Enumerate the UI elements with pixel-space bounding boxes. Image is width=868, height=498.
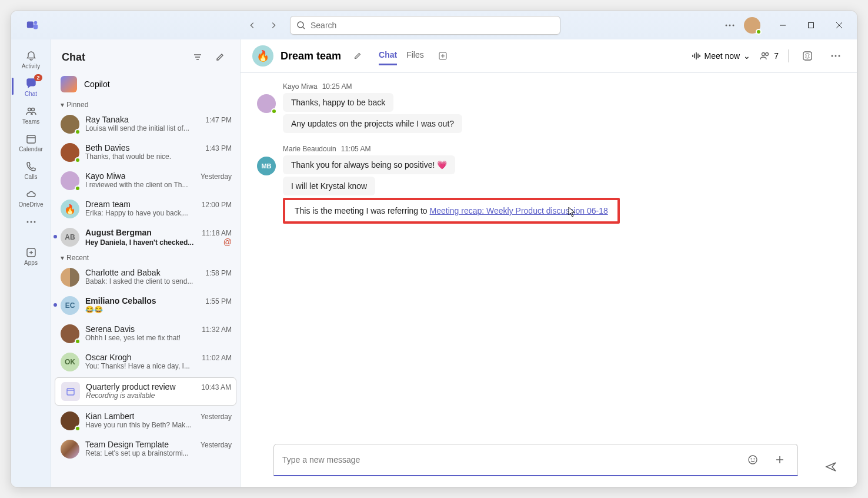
chat-item-kayo[interactable]: Kayo MiwaYesterdayI reviewed with the cl… [51,167,240,195]
rail-more[interactable] [12,211,51,231]
chat-item-emiliano[interactable]: EC Emiliano Ceballos1:55 PM😂😂 [51,291,240,320]
search-input[interactable] [311,21,554,30]
chat-item-kian[interactable]: Kian LambertYesterdayHave you run this b… [51,407,240,435]
add-attachment-button[interactable] [770,450,789,469]
svg-point-40 [839,55,840,57]
add-tab-button[interactable] [433,47,452,65]
composer-input[interactable] [282,455,743,464]
svg-point-6 [729,25,731,26]
recent-section[interactable]: ▾ Recent [51,251,240,263]
svg-point-36 [766,53,769,56]
nav-back-button[interactable] [243,16,262,35]
maximize-button[interactable] [798,16,824,35]
chevron-down-icon: ▾ [61,254,64,262]
svg-point-16 [26,221,28,223]
svg-point-41 [749,456,757,464]
chat-item-ray[interactable]: Ray Tanaka1:47 PMLouisa will send the in… [51,110,240,138]
emoji-button[interactable] [743,450,762,469]
people-icon [760,51,770,61]
rail-onedrive[interactable]: OneDrive [12,184,51,210]
highlighted-message: This is the meeting I was referring to M… [283,198,620,224]
svg-point-18 [34,221,35,223]
phone-icon [24,160,38,174]
tab-files[interactable]: Files [406,47,424,65]
group-fire-icon: 🔥 [252,45,273,67]
rail-calls[interactable]: Calls [12,156,51,182]
ellipsis-icon [24,215,38,229]
chat-title: Dream team [281,50,341,62]
chat-header: 🔥 Dream team Chat Files Meet now ⌄ [241,39,857,73]
svg-rect-2 [34,24,38,29]
new-chat-button[interactable] [211,48,229,67]
copilot-header-button[interactable] [798,47,817,65]
current-user-avatar[interactable] [744,17,760,34]
participants-button[interactable]: 7 [760,51,779,61]
svg-point-17 [30,221,32,223]
svg-line-4 [303,27,305,29]
chat-item-beth[interactable]: Beth Davies1:43 PMThanks, that would be … [51,138,240,167]
rail-teams[interactable]: Teams [12,101,51,127]
svg-point-43 [754,459,755,460]
rail-calendar[interactable]: Calendar [12,128,51,155]
svg-rect-14 [27,135,35,143]
copilot-item[interactable]: Copilot [51,70,240,98]
message-bubble[interactable]: I will let Krystal know [283,177,375,195]
chat-item-oscar[interactable]: OK Oscar Krogh11:02 AMYou: Thanks! Have … [51,348,240,376]
chat-more-button[interactable] [826,47,845,65]
chevron-down-icon: ⌄ [743,51,750,61]
more-options-button[interactable] [720,16,739,35]
chat-item-serena[interactable]: Serena Davis11:32 AMOhhh I see, yes let … [51,320,240,348]
svg-point-1 [34,21,38,25]
meet-now-button[interactable]: Meet now ⌄ [692,51,751,61]
minimize-button[interactable] [770,16,796,35]
search-box[interactable] [290,16,560,35]
app-window: Activity 2 Chat Teams Calendar Calls [11,11,857,487]
message-list: Kayo Miwa10:25 AM Thanks, happy to be ba… [241,73,857,444]
chat-item-august[interactable]: AB August Bergman11:18 AMHey Daniela, I … [51,223,240,251]
nav-forward-button[interactable] [264,16,283,35]
svg-point-12 [28,108,31,111]
svg-point-3 [298,22,303,28]
message-bubble[interactable]: Any updates on the projects while I was … [283,114,462,133]
svg-rect-37 [803,52,812,60]
titlebar [11,11,857,39]
svg-rect-0 [27,22,34,28]
filter-button[interactable] [188,48,207,67]
chat-item-dream-team[interactable]: 🔥 Dream team12:00 PMErika: Happy to have… [51,195,240,223]
send-button[interactable] [822,457,840,476]
svg-point-42 [751,459,752,460]
pinned-section[interactable]: ▾ Pinned [51,98,240,110]
chat-main: 🔥 Dream team Chat Files Meet now ⌄ [241,39,857,487]
rail-apps[interactable]: Apps [12,242,51,268]
apps-icon [24,245,38,260]
chat-item-charlotte-babak[interactable]: Charlotte and Babak1:58 PMBabak: I asked… [51,263,240,291]
edit-title-button[interactable] [348,47,367,65]
svg-point-38 [832,55,833,57]
tab-chat[interactable]: Chat [379,47,397,65]
app-rail: Activity 2 Chat Teams Calendar Calls [11,39,51,487]
copilot-icon [61,76,77,92]
message-bubble[interactable]: Thanks, happy to be back [283,93,393,112]
meeting-recap-link[interactable]: Meeting recap: Weekly Product discussion… [430,206,608,215]
svg-point-13 [31,108,34,111]
chat-badge: 2 [34,74,42,81]
message-bubble[interactable]: This is the meeting I was referring to M… [291,204,612,218]
svg-point-7 [733,25,735,26]
mention-icon: @ [223,237,232,247]
chat-list-panel: Chat Copilot ▾ Pinned Ray Tanaka1:47 PML… [51,39,241,487]
fire-icon: 🔥 [61,200,79,218]
chat-list-title: Chat [62,51,85,64]
rail-activity[interactable]: Activity [12,45,51,72]
rail-chat[interactable]: 2 Chat [12,73,51,99]
chat-item-team-design[interactable]: Team Design TemplateYesterdayReta: Let's… [51,435,240,463]
svg-rect-9 [809,23,814,28]
chat-item-quarterly-review[interactable]: Quarterly product review10:43 AMRecordin… [55,377,236,406]
bell-icon [24,49,38,63]
svg-rect-25 [67,389,74,395]
close-button[interactable] [826,16,852,35]
calendar-icon [24,132,38,146]
audio-wave-icon [692,51,701,61]
calendar-icon [61,382,80,401]
svg-point-39 [835,55,837,57]
message-bubble[interactable]: Thank you for always being so positive! … [283,155,455,174]
